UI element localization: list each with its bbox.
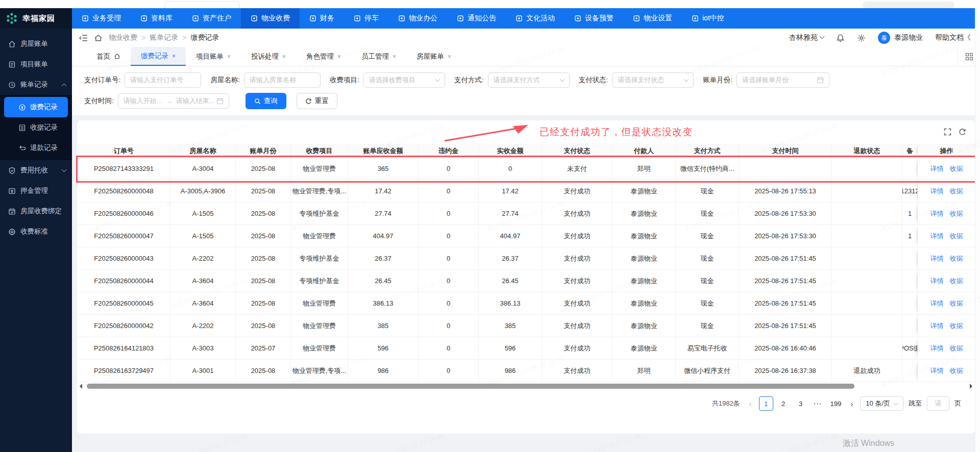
filter-month-picker[interactable]: 请选择账单月份 (737, 72, 829, 88)
page-ellipsis[interactable]: ••• (811, 396, 825, 411)
filter-select[interactable]: 请选择收费项目 (363, 72, 445, 88)
nav-item[interactable]: 停车 (344, 8, 388, 29)
fullscreen-icon[interactable] (944, 128, 951, 136)
nav-item[interactable]: 物业设置 (623, 8, 682, 29)
receipt-link[interactable]: 收据 (950, 366, 963, 375)
select-placeholder: 请选择支付状态 (618, 76, 664, 85)
nav-item[interactable]: 文化活动 (506, 8, 565, 29)
nav-item[interactable]: 业务受理 (72, 8, 131, 29)
community-selector[interactable]: 杏林雅苑 (789, 33, 824, 42)
search-button[interactable]: 查询 (246, 93, 286, 109)
table-cell: 986 (479, 360, 542, 382)
detail-link[interactable]: 详情 (930, 164, 944, 173)
settings-gear-icon[interactable] (857, 34, 866, 42)
tab-active[interactable]: 缴费记录× (131, 47, 186, 66)
nav-item[interactable]: 资料库 (131, 8, 182, 29)
receipt-link[interactable]: 收据 (950, 321, 963, 331)
detail-link[interactable]: 详情 (930, 344, 944, 353)
filter-text-input[interactable]: 请输入支付订单号 (125, 72, 201, 88)
tab-item[interactable]: 首页 (86, 47, 131, 66)
close-tab-icon[interactable]: × (227, 53, 231, 60)
detail-link[interactable]: 详情 (930, 254, 944, 263)
page-number-button[interactable]: 1 (759, 396, 773, 411)
table-cell: 2025-08 (236, 225, 291, 247)
detail-link[interactable]: 详情 (930, 187, 944, 196)
table-cell: A-2202 (170, 315, 236, 337)
browser-scrollbar-strip[interactable] (975, 8, 980, 452)
horizontal-scrollbar[interactable] (80, 383, 972, 389)
prev-page-button[interactable]: ‹ (747, 399, 754, 408)
detail-link[interactable]: 详情 (930, 321, 944, 331)
page-number-button[interactable]: 199 (828, 396, 844, 411)
breadcrumb-separator: > (141, 34, 145, 42)
sidebar-item[interactable]: 房屋账单 (0, 34, 72, 54)
detail-link[interactable]: 详情 (930, 277, 944, 286)
sidebar-subitem[interactable]: 缴费记录 (4, 97, 68, 117)
jump-page-input[interactable]: 请 (927, 396, 949, 411)
detail-link[interactable]: 详情 (930, 209, 944, 218)
table-cell: 泰源物业 (612, 337, 676, 360)
receipt-link[interactable]: 收据 (950, 187, 963, 196)
filter-text-input[interactable]: 请输入房屋名称 (244, 72, 321, 88)
sidebar-subitem[interactable]: 收据记录 (0, 117, 72, 138)
detail-link[interactable]: 详情 (930, 299, 944, 308)
tab-item[interactable]: 投诉处理× (241, 47, 296, 66)
home-icon[interactable] (94, 34, 103, 42)
table-cell: 泰源物业 (612, 247, 676, 270)
receipt-link[interactable]: 收据 (950, 209, 963, 218)
sidebar-item[interactable]: 账单记录 (0, 74, 72, 95)
scrollbar-thumb[interactable] (87, 384, 854, 389)
receipt-link[interactable]: 收据 (950, 164, 963, 173)
page-number-button[interactable]: 3 (794, 396, 808, 411)
nav-item[interactable]: 物业收费 (241, 8, 300, 29)
detail-link[interactable]: 详情 (930, 232, 944, 241)
nav-item[interactable]: 资产住户 (182, 8, 241, 29)
notification-bell-icon[interactable] (836, 34, 845, 42)
receipt-link[interactable]: 收据 (950, 277, 963, 286)
next-page-button[interactable]: › (848, 399, 855, 408)
filter-label: 支付方式: (454, 76, 484, 85)
nav-item[interactable]: 物业办公 (388, 8, 447, 29)
collapse-sidebar-icon[interactable] (79, 34, 88, 42)
receipt-link[interactable]: 收据 (950, 344, 963, 353)
tab-item[interactable]: 角色管理× (296, 47, 351, 66)
breadcrumb-item[interactable]: 物业收费 (109, 33, 137, 42)
receipt-link[interactable]: 收据 (950, 299, 963, 308)
filter-select[interactable]: 请选择支付状态 (612, 72, 694, 88)
close-tab-icon[interactable]: × (448, 53, 451, 60)
close-tab-icon[interactable]: × (393, 53, 396, 60)
pay-time-range-input[interactable]: 请输入开始... → 请输入结束... (118, 93, 229, 109)
close-tab-icon[interactable]: × (337, 53, 341, 60)
detail-link[interactable]: 详情 (930, 366, 944, 375)
tab-item[interactable]: 项目账单× (186, 47, 241, 66)
nav-item[interactable]: iot中控 (682, 8, 734, 29)
scroll-right-arrow-icon[interactable] (970, 384, 972, 389)
sidebar-item[interactable]: 收费标准 (0, 221, 72, 242)
close-tab-icon[interactable]: × (282, 53, 286, 60)
tab-item[interactable]: 房屋账单× (406, 47, 461, 66)
sidebar-subitem[interactable]: 退款记录 (0, 138, 72, 158)
close-tab-icon[interactable]: × (172, 53, 176, 60)
page-number-button[interactable]: 2 (776, 396, 791, 411)
scroll-left-arrow-icon[interactable] (80, 384, 82, 389)
sidebar-item[interactable]: 项目账单 (0, 54, 72, 74)
table-cell: 支付成功 (542, 292, 612, 315)
nav-item[interactable]: 设备预警 (565, 8, 623, 29)
receipt-link[interactable]: 收据 (950, 254, 963, 263)
nav-item-label: 停车 (364, 14, 379, 23)
sidebar-item[interactable]: 房屋收费绑定 (0, 201, 72, 221)
reset-button[interactable]: 重置 (297, 93, 337, 109)
tab-item[interactable]: 员工管理× (351, 47, 406, 66)
sidebar-item[interactable]: 押金管理 (0, 181, 72, 201)
nav-item[interactable]: 通知公告 (447, 8, 506, 29)
breadcrumb-item[interactable]: 账单记录 (150, 33, 178, 42)
user-menu[interactable]: 泰 泰源物业 (878, 32, 923, 44)
filter-select[interactable]: 请选择支付方式 (488, 72, 570, 88)
nav-item[interactable]: 财务 (300, 8, 344, 29)
sidebar-item[interactable]: 费用托收 (0, 160, 72, 181)
page-size-select[interactable]: 10 条/页 (860, 396, 903, 411)
help-doc-link[interactable]: 帮助文档《 (935, 33, 971, 42)
refresh-icon[interactable] (959, 128, 966, 136)
chevron-down-icon (820, 34, 825, 39)
receipt-link[interactable]: 收据 (950, 232, 963, 241)
